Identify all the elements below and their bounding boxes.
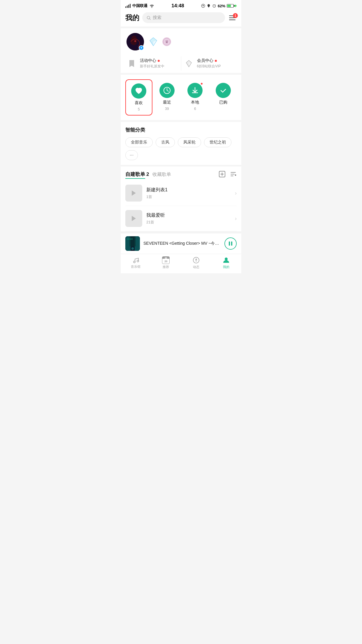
quick-actions: 活动中心 新手好礼派发中 会员中心 [126, 56, 236, 71]
header: 我的 搜索 1 [121, 10, 241, 27]
chevron-right-icon-1: › [235, 190, 237, 196]
menu-button[interactable]: 1 [228, 14, 237, 21]
membership-center[interactable]: 会员中心 6折B站联合VIP [184, 56, 236, 71]
profile-badges: ♛ [148, 36, 172, 47]
local-notif-badge [200, 82, 203, 85]
local-count: 6 [194, 107, 196, 111]
tag-more[interactable]: ··· [125, 150, 138, 160]
playlist-info-2: 我最爱听 21首 [146, 212, 231, 225]
search-placeholder: 搜索 [153, 15, 161, 20]
add-playlist-button[interactable] [219, 171, 226, 179]
avatar[interactable]: + [126, 33, 144, 50]
membership-dot [215, 60, 217, 62]
activity-center[interactable]: 活动中心 新手好礼派发中 [126, 56, 179, 71]
playlist-thumb-2 [125, 210, 142, 227]
tag-list: 全部音乐 古风 风采轮 世纪之初 ··· [125, 137, 237, 160]
now-playing-thumb[interactable]: GCMX [125, 236, 140, 251]
battery-pct: 62% [218, 4, 225, 8]
category-grid: 喜欢 5 最近 39 [125, 79, 237, 116]
nav-mine[interactable]: 我的 [216, 256, 236, 269]
status-left: 中国联通 [125, 3, 154, 8]
now-playing-title: SEVENTEEN <Getting Closer> MV ~今天也E [143, 241, 221, 246]
sort-playlist-button[interactable] [230, 171, 237, 179]
compass-icon [192, 256, 200, 264]
profile-card: + ♛ [121, 28, 241, 73]
location-icon [207, 4, 211, 8]
membership-title: 会员中心 [197, 58, 213, 63]
playlist-item-1[interactable]: 新建列表1 1首 › [125, 181, 237, 206]
now-playing-bar: GCMX SEVENTEEN <Getting Closer> MV ~今天也E [121, 233, 241, 254]
tag-shiji[interactable]: 世纪之初 [204, 137, 231, 147]
membership-subtitle: 6折B站联合VIP [197, 64, 221, 69]
nav-music-label: 音乐馆 [131, 265, 140, 269]
battery-icon [227, 4, 237, 8]
playlist-main-title: 自建歌单 [125, 171, 145, 179]
menu-badge: 1 [233, 13, 238, 18]
svg-rect-26 [231, 242, 232, 246]
diamond-icon [184, 58, 194, 69]
svg-text:GCMX: GCMX [127, 238, 133, 240]
now-playing-info: SEVENTEEN <Getting Closer> MV ~今天也E [143, 241, 221, 246]
likes-count: 5 [138, 107, 140, 111]
tag-all[interactable]: 全部音乐 [125, 137, 153, 147]
status-right: 62% [201, 4, 237, 8]
category-likes[interactable]: 喜欢 5 [125, 79, 152, 116]
svg-rect-25 [229, 242, 230, 246]
status-time: 14:48 [171, 3, 184, 9]
local-label: 本地 [191, 100, 199, 105]
signal-icon [125, 4, 131, 8]
clock-icon [159, 83, 175, 98]
nav-dynamic[interactable]: 动态 [186, 256, 206, 269]
svg-point-0 [152, 7, 152, 8]
chevron-right-icon-2: › [235, 216, 237, 222]
crown-badge-icon: ♛ [161, 36, 172, 47]
person-icon [222, 256, 230, 264]
calendar-icon: ◼◼ 20 [162, 256, 170, 264]
playlist-info-1: 新建列表1 1首 [146, 187, 231, 200]
svg-point-23 [131, 247, 134, 250]
category-recent[interactable]: 最近 39 [154, 79, 181, 116]
svg-marker-31 [195, 260, 197, 262]
playlist-sub-title[interactable]: 收藏歌单 [152, 172, 171, 178]
purchased-label: 已购 [219, 100, 227, 105]
search-icon [146, 15, 151, 20]
pause-icon [228, 241, 233, 246]
svg-text:♛: ♛ [165, 39, 169, 44]
category-purchased[interactable]: 已购 [210, 79, 237, 116]
avatar-add-badge: + [139, 45, 144, 50]
check-icon [216, 83, 231, 98]
activity-title: 活动中心 [140, 58, 156, 63]
nav-music[interactable]: 音乐馆 [126, 257, 146, 269]
pause-button[interactable] [224, 237, 237, 250]
nav-recommend[interactable]: ◼◼ 20 推荐 [156, 256, 176, 269]
nav-dynamic-label: 动态 [193, 265, 199, 269]
playlist-header-title: 自建歌单 2 [125, 171, 149, 179]
bookmark-icon [126, 58, 137, 69]
heart-icon [131, 83, 146, 99]
smart-title: 智能分类 [125, 127, 237, 133]
playlist-count: 2 [146, 172, 149, 178]
status-bar: 中国联通 14:48 62% [121, 0, 241, 10]
activity-subtitle: 新手好礼派发中 [140, 64, 164, 69]
playlist-songs-2: 21首 [146, 220, 231, 225]
search-bar[interactable]: 搜索 [142, 12, 225, 23]
svg-point-32 [225, 258, 228, 260]
playlist-name-2: 我最爱听 [146, 212, 231, 218]
page-title: 我的 [125, 13, 139, 22]
likes-label: 喜欢 [135, 100, 143, 106]
playlist-item-2[interactable]: 我最爱听 21首 › [125, 206, 237, 231]
nav-recommend-label: 推荐 [163, 265, 169, 269]
recent-count: 39 [165, 107, 169, 111]
nav-mine-label: 我的 [223, 265, 229, 269]
tag-gufeng[interactable]: 古风 [156, 137, 175, 147]
smart-section: 智能分类 全部音乐 古风 风采轮 世纪之初 ··· [121, 122, 241, 165]
carrier-label: 中国联通 [132, 3, 147, 8]
music-hall-icon [132, 257, 140, 264]
category-local[interactable]: 本地 6 [182, 79, 209, 116]
tag-fengcailun[interactable]: 风采轮 [178, 137, 201, 147]
playlist-name-1: 新建列表1 [146, 187, 231, 193]
playlist-thumb-1 [125, 185, 142, 202]
svg-point-5 [134, 40, 136, 42]
categories-section: 喜欢 5 最近 39 [121, 75, 241, 120]
playlist-songs-1: 1首 [146, 194, 231, 200]
